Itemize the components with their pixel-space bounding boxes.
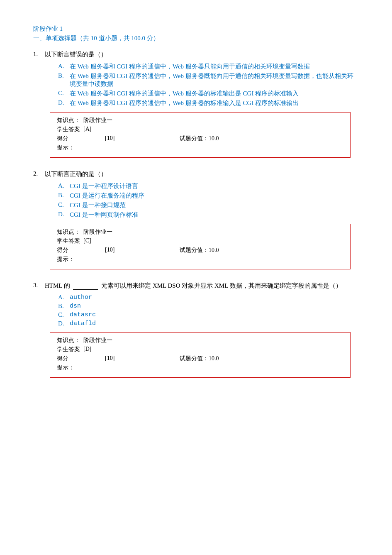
knowledge-row-3: 知识点： 阶段作业一 — [57, 337, 343, 344]
list-item: C. CGI 是一种接口规范 — [58, 201, 359, 209]
option-text: author — [70, 294, 92, 301]
option-text: datasrc — [70, 311, 96, 318]
question-3-options: A. author B. dsn C. datasrc D. datafld — [58, 294, 359, 327]
student-answer-row-3: 学生答案 [D] — [57, 346, 343, 353]
student-answer-label: 学生答案 — [57, 126, 80, 133]
question-1-options: A. 在 Web 服务器和 CGI 程序的通信中，Web 服务器只能向用于通信的… — [58, 63, 359, 107]
option-label: B. — [58, 192, 67, 200]
question-2-number: 2. — [33, 170, 41, 178]
list-item: A. author — [58, 294, 359, 301]
question-1-number: 1. — [33, 51, 41, 59]
section-header: 一、单项选择题（共 10 道小题，共 100.0 分） — [33, 34, 359, 42]
score-value-label-2: 试题分值：10.0 — [180, 247, 219, 254]
question-3: 3. HTML 的 元素可以用来绑定 XML DSO 对象并显示 XML 数据，… — [33, 282, 359, 378]
list-item: C. 在 Web 服务器和 CGI 程序的通信中，Web 服务器的标准输出是 C… — [58, 90, 359, 98]
list-item: D. 在 Web 服务器和 CGI 程序的通信中，Web 服务器的标准输入是 C… — [58, 99, 359, 107]
option-text: CGI 是运行在服务端的程序 — [70, 192, 144, 200]
option-label: B. — [58, 303, 67, 310]
option-label: C. — [58, 201, 67, 209]
student-answer-row: 学生答案 [A] — [57, 126, 343, 133]
score-row-2: 得分 [10] 试题分值：10.0 — [57, 247, 343, 254]
student-answer-value-3: [D] — [83, 346, 91, 353]
hint-label: 提示： — [57, 144, 80, 152]
list-item: B. dsn — [58, 303, 359, 310]
question-1-text: 以下断言错误的是（） — [45, 51, 359, 59]
stem-part2: 元素可以用来绑定 XML DSO 对象并显示 XML 数据，其用来确定绑定字段的… — [101, 282, 341, 289]
question-2-options: A. CGI 是一种程序设计语言 B. CGI 是运行在服务端的程序 C. CG… — [58, 182, 359, 219]
knowledge-value: 阶段作业一 — [83, 117, 112, 124]
list-item: A. CGI 是一种程序设计语言 — [58, 182, 359, 190]
score-label: 得分 — [57, 135, 80, 142]
option-text: 在 Web 服务器和 CGI 程序的通信中，Web 服务器的标准输入是 CGI … — [70, 99, 299, 107]
student-answer-label-3: 学生答案 — [57, 346, 80, 353]
knowledge-row-2: 知识点： 阶段作业一 — [57, 228, 343, 236]
knowledge-label-2: 知识点： — [57, 228, 80, 236]
list-item: D. CGI 是一种网页制作标准 — [58, 211, 359, 219]
option-text: 在 Web 服务器和 CGI 程序的通信中，Web 服务器的标准输出是 CGI … — [70, 90, 299, 98]
knowledge-value-2: 阶段作业一 — [83, 228, 112, 236]
option-text: CGI 是一种接口规范 — [70, 201, 126, 209]
list-item: D. datafld — [58, 320, 359, 327]
student-answer-row-2: 学生答案 [C] — [57, 237, 343, 245]
score-value: [10] — [105, 135, 155, 142]
hint-row-2: 提示： — [57, 256, 343, 263]
page-title: 阶段作业 1 — [33, 25, 359, 33]
question-2: 2. 以下断言正确的是（） A. CGI 是一种程序设计语言 B. CGI 是运… — [33, 170, 359, 269]
option-text: datafld — [70, 320, 96, 327]
question-3-stem: 3. HTML 的 元素可以用来绑定 XML DSO 对象并显示 XML 数据，… — [33, 282, 359, 290]
student-answer-value: [A] — [83, 126, 91, 133]
option-label: D. — [58, 211, 67, 219]
list-item: C. datasrc — [58, 311, 359, 318]
option-text: dsn — [70, 303, 81, 310]
list-item: B. 在 Web 服务器和 CGI 程序的通信中，Web 服务器既能向用于通信的… — [58, 72, 359, 88]
hint-row-1: 提示： — [57, 144, 343, 152]
option-label: D. — [58, 99, 67, 107]
student-answer-value-2: [C] — [83, 237, 91, 245]
stem-blank — [73, 282, 98, 290]
question-1-stem: 1. 以下断言错误的是（） — [33, 51, 359, 59]
question-3-number: 3. — [33, 282, 41, 290]
knowledge-value-3: 阶段作业一 — [83, 337, 112, 344]
knowledge-label-3: 知识点： — [57, 337, 80, 344]
score-value-label: 试题分值：10.0 — [180, 135, 219, 142]
option-label: D. — [58, 320, 67, 327]
list-item: A. 在 Web 服务器和 CGI 程序的通信中，Web 服务器只能向用于通信的… — [58, 63, 359, 71]
question-3-text: HTML 的 元素可以用来绑定 XML DSO 对象并显示 XML 数据，其用来… — [45, 282, 359, 290]
question-3-answer-box: 知识点： 阶段作业一 学生答案 [D] 得分 [10] 试题分值：10.0 提示… — [50, 332, 351, 378]
question-2-answer-box: 知识点： 阶段作业一 学生答案 [C] 得分 [10] 试题分值：10.0 提示… — [50, 224, 351, 269]
list-item: B. CGI 是运行在服务端的程序 — [58, 192, 359, 200]
option-text: CGI 是一种程序设计语言 — [70, 182, 138, 190]
knowledge-label: 知识点： — [57, 117, 80, 124]
option-text: 在 Web 服务器和 CGI 程序的通信中，Web 服务器只能向用于通信的相关环… — [70, 63, 310, 71]
option-label: A. — [58, 182, 67, 190]
knowledge-row: 知识点： 阶段作业一 — [57, 117, 343, 124]
option-label: A. — [58, 294, 67, 301]
question-2-stem: 2. 以下断言正确的是（） — [33, 170, 359, 178]
hint-label-3: 提示： — [57, 364, 80, 372]
question-1-answer-box: 知识点： 阶段作业一 学生答案 [A] 得分 [10] 试题分值：10.0 提示… — [50, 112, 351, 158]
option-label: C. — [58, 90, 67, 98]
stem-part1: HTML 的 — [45, 282, 70, 289]
score-value-2: [10] — [105, 247, 155, 254]
hint-label-2: 提示： — [57, 256, 80, 263]
question-2-text: 以下断言正确的是（） — [45, 170, 359, 178]
score-label-2: 得分 — [57, 247, 80, 254]
option-label: C. — [58, 311, 67, 318]
score-value-label-3: 试题分值：10.0 — [180, 355, 219, 362]
option-text: CGI 是一种网页制作标准 — [70, 211, 138, 219]
question-1: 1. 以下断言错误的是（） A. 在 Web 服务器和 CGI 程序的通信中，W… — [33, 51, 359, 158]
option-label: B. — [58, 72, 67, 88]
score-label-3: 得分 — [57, 355, 80, 362]
hint-row-3: 提示： — [57, 364, 343, 372]
score-row-3: 得分 [10] 试题分值：10.0 — [57, 355, 343, 362]
score-value-3: [10] — [105, 355, 155, 362]
option-text: 在 Web 服务器和 CGI 程序的通信中，Web 服务器既能向用于通信的相关环… — [70, 72, 359, 88]
score-row-1: 得分 [10] 试题分值：10.0 — [57, 135, 343, 142]
student-answer-label-2: 学生答案 — [57, 237, 80, 245]
option-label: A. — [58, 63, 67, 71]
